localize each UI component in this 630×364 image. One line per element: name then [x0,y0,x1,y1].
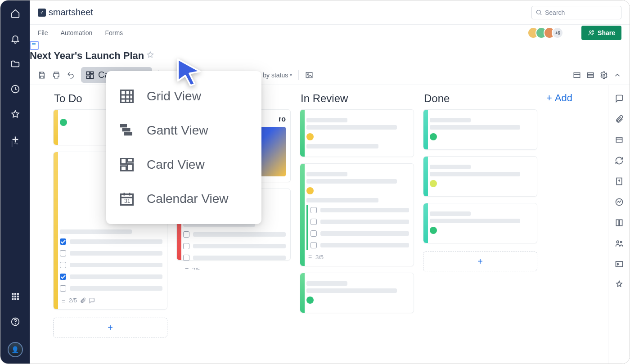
publish-icon[interactable] [615,177,624,186]
checkbox[interactable] [310,219,317,225]
card-footer: 2/5 [60,297,162,304]
attachments-panel-icon[interactable] [615,115,624,124]
checkbox[interactable] [310,207,317,213]
menu-file[interactable]: File [38,29,48,36]
compact-view-icon[interactable] [573,71,581,79]
save-icon[interactable] [38,71,46,79]
placeholder-line [320,243,409,247]
update-requests-icon[interactable] [615,156,624,165]
checkbox[interactable] [183,231,189,238]
svg-rect-6 [17,296,18,297]
avatar-more[interactable]: +6 [552,27,563,39]
column-header[interactable]: Done [424,92,539,105]
status-dot [306,187,314,194]
svg-point-32 [620,241,621,243]
column-header[interactable]: In Review [301,92,416,105]
add-column-button[interactable]: +Add [546,92,600,104]
card[interactable] [423,109,537,150]
folder-icon[interactable] [10,59,20,69]
svg-point-25 [603,74,605,76]
favorites-icon[interactable] [10,109,20,119]
placeholder-line [306,198,378,202]
placeholder-line [320,208,409,212]
share-people-icon [588,29,595,36]
svg-text:31: 31 [124,198,130,204]
card[interactable] [423,203,537,243]
view-option-gantt[interactable]: Gantt View [112,113,255,148]
card[interactable] [300,109,414,157]
proofs-panel-icon[interactable] [615,135,624,144]
card-stripe [54,110,58,145]
menu-automation[interactable]: Automation [61,29,93,36]
placeholder-line [60,229,132,234]
placeholder-line [306,288,397,293]
gantt-view-icon [119,122,135,139]
brand-mark-icon: ✓ [38,9,46,17]
search-icon [536,9,542,16]
comment-icon [89,297,95,304]
add-card-button[interactable]: + [53,318,167,337]
brandfolder-icon[interactable] [615,260,624,269]
undo-icon[interactable] [67,71,75,79]
document-title[interactable]: Next Year's Launch Plan [30,50,144,61]
card-stripe [300,110,305,157]
comments-panel-icon[interactable] [615,94,624,103]
checkbox[interactable] [310,230,317,237]
home-icon[interactable] [10,9,20,18]
checkbox[interactable] [60,238,66,245]
svg-rect-17 [90,72,94,73]
card[interactable]: 3/5 [300,163,414,266]
checklist-count: 3/5 [192,266,200,270]
checkbox[interactable] [60,262,66,268]
apps-icon[interactable] [10,292,20,301]
search-input[interactable]: Search [531,6,621,19]
settings-icon[interactable] [600,71,608,79]
work-insights-icon[interactable] [615,280,624,289]
svg-rect-34 [121,90,133,103]
checkbox[interactable] [183,243,189,249]
calendar-view-icon: 31 [119,191,135,207]
checklist-count: 3/5 [315,254,324,261]
view-option-calendar[interactable]: 31 Calendar View [112,182,255,216]
svg-rect-21 [306,72,313,78]
add-card-button[interactable]: + [423,252,537,271]
image-toggle-icon[interactable] [305,71,313,79]
recents-icon[interactable] [10,84,20,94]
card-footer: 3/5 [306,254,409,261]
checkbox[interactable] [183,255,189,261]
placeholder-line [70,274,162,279]
collapse-panel-icon[interactable] [613,71,621,79]
summary-icon[interactable] [615,218,624,227]
activity-log-icon[interactable] [615,198,624,207]
share-label: Share [598,29,615,36]
full-view-icon[interactable] [586,71,594,79]
checkbox[interactable] [60,250,66,256]
checkbox[interactable] [310,242,317,248]
svg-rect-18 [90,75,94,78]
favorite-star-icon[interactable] [146,53,154,60]
resource-management-icon[interactable] [615,239,624,248]
collaborator-avatars[interactable]: +6 [531,27,563,39]
checkbox[interactable] [60,285,66,292]
svg-rect-8 [14,298,16,300]
checklist-icon [306,254,313,261]
svg-rect-1 [12,293,13,295]
card[interactable] [300,273,414,313]
status-dot [430,133,437,140]
card[interactable] [423,156,537,197]
print-icon[interactable] [52,71,60,79]
user-avatar[interactable]: 👤 [8,342,23,357]
share-button[interactable]: Share [581,26,621,40]
notifications-icon[interactable] [10,34,20,44]
svg-rect-38 [121,159,126,164]
menu-forms[interactable]: Forms [105,29,123,36]
collapse-nav-icon[interactable]: |→ [11,140,19,147]
placeholder-line [320,231,409,236]
brand-logo[interactable]: ✓ smartsheet [38,7,93,18]
placeholder-line [430,165,471,169]
placeholder-line [306,281,347,286]
checkbox[interactable] [60,274,66,280]
topbar: ✓ smartsheet Search [30,0,630,25]
help-icon[interactable] [10,317,20,327]
view-option-card[interactable]: Card View [112,148,255,182]
